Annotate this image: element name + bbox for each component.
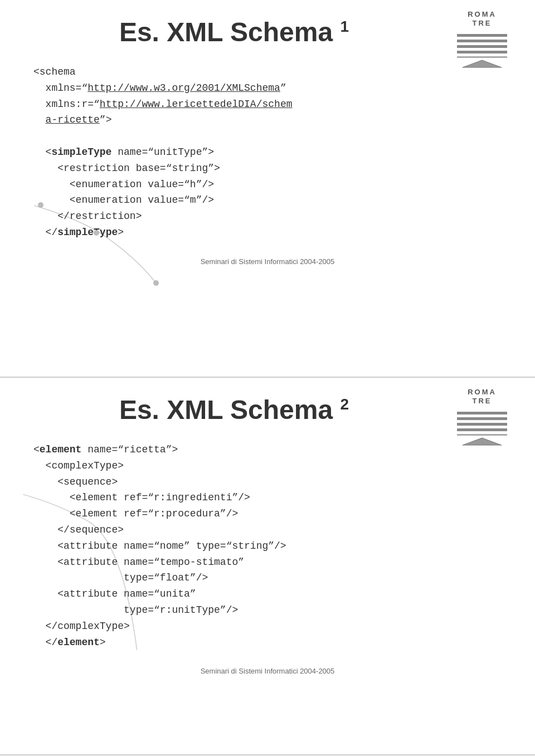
dot-1: [38, 202, 43, 208]
slide-2: ROMA TRE Es. XML Schema 2 <element name=…: [0, 378, 535, 755]
code-line: [33, 128, 502, 144]
slide-2-title: Es. XML Schema 2: [33, 394, 502, 425]
code-line: <restriction base=“string”>: [33, 160, 502, 177]
code-line: <element ref=“r:procedura”/>: [33, 506, 502, 522]
svg-rect-1: [457, 40, 507, 42]
svg-rect-6: [457, 412, 507, 414]
code-line: <sequence>: [33, 474, 502, 490]
slide-1-title-text: Es. XML Schema: [119, 17, 333, 47]
slide-1-footer: Seminari di Sistemi Informatici 2004-200…: [33, 257, 502, 274]
svg-marker-5: [463, 60, 502, 67]
code-line: <complexType>: [33, 458, 502, 474]
code-line: <schema: [33, 64, 502, 80]
logo-text-2: TRE: [451, 19, 513, 28]
slide-1-title: Es. XML Schema 1: [33, 17, 502, 47]
code-line: <element ref=“r:ingredienti”/>: [33, 490, 502, 506]
code-line: <attribute name=“nome” type=“string”/>: [33, 538, 502, 554]
roma-tre-logo-1: ROMA TRE: [451, 10, 513, 71]
code-line: <enumeration value=“m”/>: [33, 192, 502, 208]
logo-text-1: ROMA: [451, 10, 513, 19]
svg-rect-9: [457, 428, 507, 431]
logo-text-4: TRE: [451, 397, 513, 406]
logo-text-3: ROMA: [451, 388, 513, 397]
slide-1: ROMA TRE Es. XML Schema 1 <schema xmlns=…: [0, 0, 535, 378]
code-line: </element>: [33, 635, 502, 651]
slide-2-title-num: 2: [341, 396, 349, 413]
slide-2-title-text: Es. XML Schema: [119, 395, 333, 425]
code-line: a-ricette”>: [33, 112, 502, 128]
code-line: </sequence>: [33, 522, 502, 538]
logo-graphic-1: [451, 30, 513, 71]
logo-graphic-2: [451, 407, 513, 449]
code-line: type=“float”/>: [33, 570, 502, 586]
code-line: </simpleType>: [33, 225, 502, 241]
svg-rect-3: [457, 51, 507, 53]
code-line: <simpleType name=“unitType”>: [33, 144, 502, 160]
svg-marker-11: [463, 438, 502, 445]
code-line: </restriction>: [33, 208, 502, 225]
dot-2: [94, 230, 99, 236]
svg-rect-7: [457, 417, 507, 420]
slide-2-footer-text: Seminari di Sistemi Informatici 2004-200…: [201, 667, 335, 675]
dot-3: [153, 280, 159, 286]
svg-rect-8: [457, 423, 507, 426]
code-line: xmlns=“http://www.w3.org/2001/XMLSchema”: [33, 80, 502, 96]
slide-2-code: <element name=“ricetta”> <complexType> <…: [33, 442, 502, 650]
slide-1-title-num: 1: [341, 18, 349, 35]
code-line: <element name=“ricetta”>: [33, 442, 502, 458]
code-line: <attribute name=“tempo-stimato”: [33, 554, 502, 570]
svg-rect-10: [457, 434, 507, 436]
code-line: <enumeration value=“h”/>: [33, 177, 502, 193]
svg-rect-0: [457, 34, 507, 37]
roma-tre-logo-2: ROMA TRE: [451, 388, 513, 449]
code-line: <attribute name=“unita”: [33, 586, 502, 602]
slide-1-footer-text: Seminari di Sistemi Informatici 2004-200…: [201, 257, 335, 266]
svg-rect-4: [457, 56, 507, 58]
code-line: </complexType>: [33, 618, 502, 635]
svg-rect-2: [457, 45, 507, 48]
code-line: type=“r:unitType”/>: [33, 602, 502, 618]
slide-2-footer: Seminari di Sistemi Informatici 2004-200…: [33, 667, 502, 684]
slide-1-code: <schema xmlns=“http://www.w3.org/2001/XM…: [33, 64, 502, 241]
code-line: xmlns:r=“http://www.lericettedelDIA/sche…: [33, 96, 502, 113]
